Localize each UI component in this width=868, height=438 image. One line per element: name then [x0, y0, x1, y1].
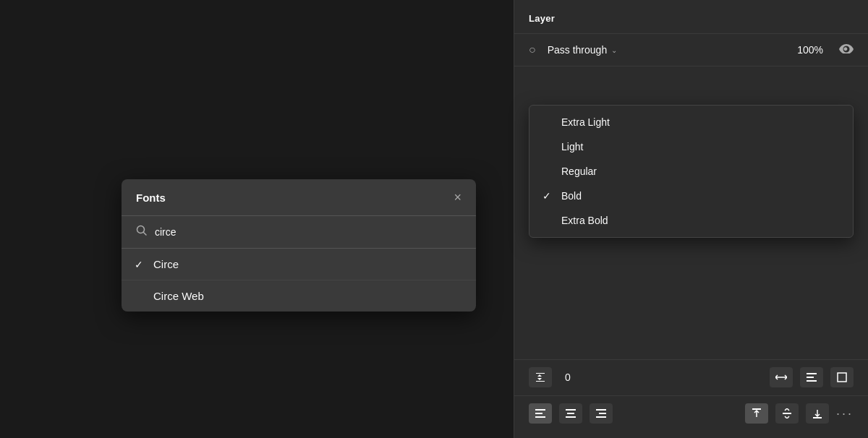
svg-rect-18 [783, 413, 791, 414]
chevron-down-icon: ⌄ [611, 46, 617, 54]
fonts-search-input[interactable] [155, 226, 461, 238]
toolbar-row-2: ··· [514, 395, 868, 431]
circe-check-icon: ✓ [135, 259, 143, 270]
align-left-button[interactable] [529, 403, 552, 424]
svg-rect-4 [807, 373, 817, 374]
blend-mode-label: Pass through [548, 44, 608, 56]
svg-rect-9 [535, 413, 542, 414]
svg-rect-6 [807, 380, 817, 382]
valign-middle-button[interactable] [775, 403, 799, 424]
svg-rect-16 [596, 416, 606, 418]
fonts-panel-title: Fonts [136, 192, 166, 204]
line-height-button[interactable] [529, 367, 552, 387]
text-box-button[interactable] [830, 367, 854, 387]
svg-rect-11 [566, 409, 576, 411]
dropdown-item-light[interactable]: Light [529, 134, 853, 159]
svg-rect-19 [813, 417, 822, 418]
dropdown-label-bold: Bold [561, 190, 582, 202]
visibility-icon[interactable] [839, 43, 854, 56]
close-icon: × [454, 190, 461, 205]
layer-circle-icon: ○ [529, 43, 536, 56]
font-list-item-circeweb[interactable]: Circe Web [122, 280, 476, 312]
valign-bottom-button[interactable] [806, 403, 829, 424]
font-label-circe: Circe [153, 258, 179, 270]
svg-rect-14 [596, 409, 606, 411]
opacity-value: 100% [797, 44, 823, 56]
resize-button[interactable] [770, 367, 793, 387]
blend-mode-dropdown: Extra Light Light Regular ✓ Bold Extra B… [529, 105, 854, 238]
font-list-item-circe[interactable]: ✓ Circe [122, 249, 476, 280]
dropdown-label-extralight: Extra Light [561, 116, 610, 128]
svg-rect-7 [838, 373, 846, 382]
dropdown-item-regular[interactable]: Regular [529, 159, 853, 184]
more-options-button[interactable]: ··· [836, 406, 854, 421]
svg-rect-12 [567, 413, 574, 414]
right-panel: Layer ○ Pass through ⌄ 100% Extra Light … [514, 0, 868, 438]
text-align-button[interactable] [800, 367, 823, 387]
align-center-button[interactable] [559, 403, 582, 424]
panel-header: Layer [514, 0, 868, 34]
svg-rect-10 [535, 416, 545, 418]
dropdown-item-extrabold[interactable]: Extra Bold [529, 208, 853, 233]
blend-mode-button[interactable]: Pass through ⌄ [543, 41, 622, 59]
panel-title: Layer [529, 13, 555, 24]
fonts-search-row [122, 216, 476, 249]
valign-top-button[interactable] [745, 403, 768, 424]
line-height-value: 0 [559, 369, 585, 386]
dropdown-label-light: Light [561, 141, 583, 153]
align-right-button[interactable] [590, 403, 613, 424]
search-icon [136, 225, 148, 239]
fonts-close-button[interactable]: × [454, 191, 461, 204]
dropdown-label-extrabold: Extra Bold [561, 215, 608, 226]
fonts-panel-header: Fonts × [122, 179, 476, 216]
svg-rect-15 [599, 413, 606, 414]
svg-rect-13 [566, 416, 576, 418]
svg-rect-5 [807, 377, 814, 378]
toolbar-row-1: 0 [514, 359, 868, 395]
dropdown-label-regular: Regular [561, 166, 597, 177]
svg-rect-8 [535, 409, 545, 411]
dropdown-item-bold[interactable]: ✓ Bold [529, 184, 853, 208]
check-icon: ✓ [542, 190, 551, 202]
fonts-panel: Fonts × ✓ Circe Circe Web [122, 179, 476, 312]
layer-row: ○ Pass through ⌄ 100% [514, 34, 868, 66]
font-label-circeweb: Circe Web [153, 290, 204, 302]
dropdown-item-extralight[interactable]: Extra Light [529, 110, 853, 134]
svg-rect-17 [752, 408, 761, 410]
